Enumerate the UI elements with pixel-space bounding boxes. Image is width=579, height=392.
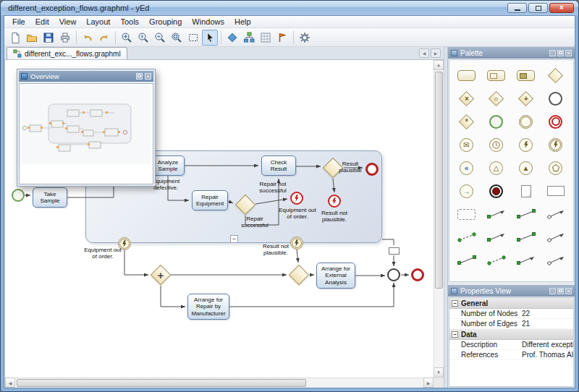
palette-item-edge-generic-4[interactable]: [541, 249, 570, 272]
scroll-down-button[interactable]: ▼: [434, 367, 444, 378]
palette-item-edge-association[interactable]: [511, 203, 541, 226]
overview-float-button[interactable]: [136, 73, 143, 80]
palette-header[interactable]: Palette ×: [448, 47, 575, 59]
palette-item-gateway-circle[interactable]: ○: [481, 87, 511, 110]
edit-mode-button[interactable]: [202, 30, 218, 46]
section-data[interactable]: − Data: [449, 329, 573, 340]
save-button[interactable]: [41, 30, 56, 46]
horizontal-scrollbar[interactable]: ◀ ▶: [5, 378, 434, 388]
end-event-plausible[interactable]: [365, 163, 379, 176]
menu-help[interactable]: Help: [229, 17, 256, 27]
palette-item-edge-message-flow[interactable]: [452, 226, 481, 249]
menu-edit[interactable]: Edit: [30, 17, 54, 27]
task-take-sample[interactable]: Take Sample: [33, 187, 67, 208]
palette-close-button[interactable]: ×: [565, 50, 572, 56]
titlebar[interactable]: different_exception_flows.graphml - yEd …: [1, 1, 578, 15]
palette-item-edge-sequence-flow[interactable]: [481, 203, 511, 226]
next-tab-button[interactable]: ▶: [431, 48, 441, 58]
merge-event[interactable]: [387, 268, 400, 281]
minimize-button[interactable]: [507, 3, 527, 13]
palette-item-event-error[interactable]: [511, 133, 541, 156]
palette-item-edge-default-flow[interactable]: [541, 203, 570, 226]
palette-item-task-marker[interactable]: [481, 64, 511, 87]
hierarchic-layout-button[interactable]: [241, 30, 257, 46]
palette-item-event-signal-filled[interactable]: ▲: [511, 156, 541, 179]
diagram-canvas[interactable]: −: [4, 60, 444, 388]
new-file-button[interactable]: [7, 30, 23, 46]
edge-label[interactable]: Equipment out of order.: [279, 208, 316, 221]
palette-item-event-link[interactable]: →: [452, 179, 481, 203]
menu-windows[interactable]: Windows: [187, 17, 229, 27]
maximize-button[interactable]: [528, 3, 548, 13]
collapse-icon[interactable]: −: [452, 331, 458, 338]
end-event-final[interactable]: [411, 268, 424, 281]
scroll-up-button[interactable]: ▲: [434, 60, 444, 70]
overview-window[interactable]: Overview ×: [17, 69, 156, 187]
error-event-equipment[interactable]: [290, 192, 303, 205]
palette-pin-button[interactable]: [549, 50, 556, 56]
scroll-right-button[interactable]: ▶: [423, 378, 434, 388]
edge-label[interactable]: Repair not successful: [255, 182, 290, 195]
palette-item-event-signal[interactable]: △: [481, 156, 511, 179]
edge-label[interactable]: Result not plausible.: [258, 244, 293, 257]
property-value[interactable]: Prof. Thomas Allwe...: [522, 351, 573, 359]
menu-layout[interactable]: Layout: [81, 17, 115, 27]
collapse-icon[interactable]: −: [452, 300, 458, 307]
section-general[interactable]: − General: [449, 298, 573, 309]
menu-view[interactable]: View: [54, 17, 82, 27]
zoom-actual-button[interactable]: [135, 30, 151, 46]
properties-close-button[interactable]: ×: [565, 288, 572, 294]
undo-button[interactable]: [80, 30, 96, 46]
palette-item-group[interactable]: [452, 203, 481, 226]
palette-item-event-terminate[interactable]: [481, 179, 511, 203]
print-button[interactable]: [57, 30, 73, 46]
palette-item-task[interactable]: [452, 64, 481, 87]
properties-pin-button[interactable]: [549, 288, 556, 294]
snap-lines-button[interactable]: [274, 30, 290, 46]
redo-button[interactable]: [96, 30, 112, 46]
gateway-external[interactable]: [289, 265, 309, 285]
group-collapse-button[interactable]: −: [230, 235, 238, 243]
palette-item-gateway-x[interactable]: ×: [452, 87, 481, 110]
palette-item-event-message[interactable]: ✉: [452, 133, 481, 156]
palette-item-edge-generic-2[interactable]: [481, 249, 511, 272]
error-event-result[interactable]: [328, 195, 341, 208]
palette-item-event-start[interactable]: [481, 110, 511, 133]
gateway-parallel-join[interactable]: +: [151, 265, 171, 285]
properties-float-button[interactable]: [557, 288, 564, 294]
edge-label[interactable]: Equipment out of order.: [83, 247, 122, 260]
start-event[interactable]: [12, 189, 25, 202]
zoom-out-button[interactable]: [152, 30, 168, 46]
palette-item-event-error-boundary[interactable]: [541, 133, 570, 156]
palette-item-edge-directed[interactable]: [541, 226, 570, 249]
link-node[interactable]: [389, 247, 400, 255]
menu-file[interactable]: File: [7, 17, 30, 27]
palette-item-edge-generic-3[interactable]: [511, 249, 541, 272]
gateway-repair[interactable]: [235, 195, 255, 215]
palette-item-event-intermediate[interactable]: [511, 110, 541, 133]
task-arrange-external-analysis[interactable]: Arrange for External Analysis: [316, 263, 355, 289]
prev-tab-button[interactable]: ◀: [419, 48, 429, 58]
properties-header[interactable]: Properties View ×: [448, 285, 575, 297]
palette-item-gateway-plus[interactable]: +: [511, 87, 541, 110]
edge-label[interactable]: Repair successful: [237, 216, 273, 229]
palette-item-artifact-document[interactable]: [511, 179, 541, 203]
menu-tools[interactable]: Tools: [115, 17, 144, 27]
palette-item-event-end[interactable]: [541, 110, 570, 133]
fit-content-button[interactable]: [169, 30, 185, 46]
palette-item-edge-plain[interactable]: [511, 226, 541, 249]
task-arrange-repair-manufacturer[interactable]: Arrange for Repair by Manufacturer: [187, 294, 229, 320]
property-value[interactable]: 21: [522, 320, 573, 328]
preferences-button[interactable]: [297, 30, 313, 46]
layout-button[interactable]: [224, 30, 240, 46]
menu-grouping[interactable]: Grouping: [144, 17, 187, 27]
edge-label[interactable]: Result plausible: [335, 161, 365, 174]
palette-float-button[interactable]: [557, 50, 564, 56]
palette-item-event-multiple[interactable]: [541, 156, 570, 179]
palette-item-artifact-data[interactable]: [541, 179, 570, 203]
palette-item-edge-generic-1[interactable]: [452, 249, 481, 272]
property-value[interactable]: 22: [522, 310, 573, 318]
task-repair-equipment[interactable]: Repair Equipment: [192, 190, 228, 210]
task-check-result[interactable]: Check Result: [261, 155, 296, 176]
vertical-scroll-thumb[interactable]: [435, 72, 443, 289]
